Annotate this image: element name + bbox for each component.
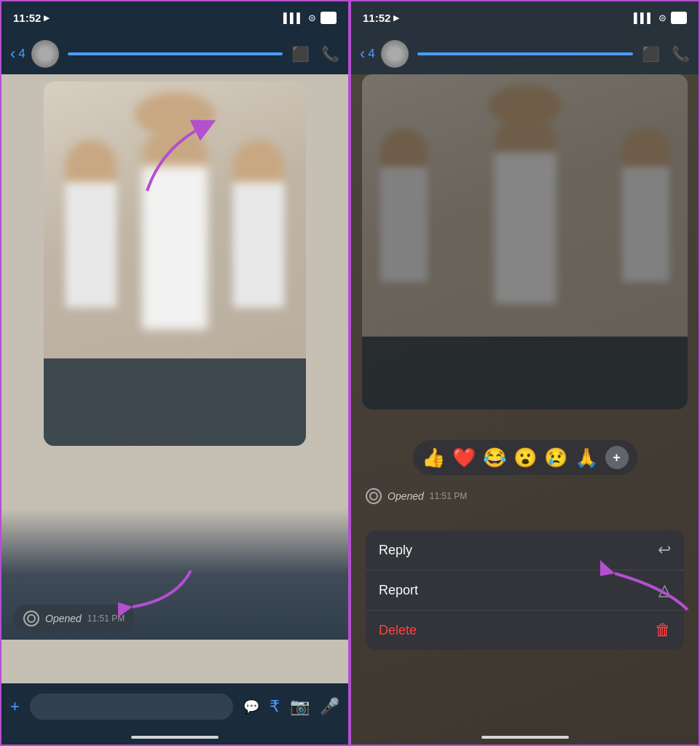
contact-name-bar: [68, 52, 283, 55]
left-chat-area: Opened 11:51 PM: [1, 74, 348, 683]
opened-icon: [23, 610, 39, 627]
sticker-icon[interactable]: 💬: [243, 699, 259, 715]
right-time-text: 11:52: [363, 12, 390, 24]
right-avatar[interactable]: [381, 40, 409, 68]
emoji-laugh[interactable]: 😂: [483, 447, 506, 469]
reply-label: Reply: [379, 543, 412, 558]
right-nav-bar: ‹ 4 ⬛ 📞: [351, 34, 699, 74]
right-wifi-icon: ⊜: [658, 12, 666, 23]
emoji-more-button[interactable]: +: [605, 446, 629, 469]
emoji-heart[interactable]: ❤️: [452, 447, 476, 469]
emoji-reaction-bar: 👍 ❤️ 😂 😮 😢 🙏 +: [366, 440, 684, 475]
left-time: 11:52 ▶: [13, 12, 50, 24]
avatar[interactable]: [31, 40, 59, 68]
right-arrow-annotation: [600, 551, 695, 617]
avatar-image: [31, 40, 59, 68]
phone-call-icon[interactable]: 📞: [321, 45, 339, 63]
right-signal-icon: ▌▌▌: [634, 12, 654, 23]
right-avatar-image: [381, 40, 409, 68]
emoji-wow[interactable]: 😮: [514, 447, 537, 469]
right-back-count: 4: [368, 47, 374, 61]
right-contact-name-bar: [417, 52, 633, 55]
back-count: 4: [18, 47, 25, 61]
right-home-bar: [481, 736, 569, 739]
left-nav-bar: ‹ 4 ⬛ 📞: [1, 34, 348, 74]
right-back-button[interactable]: ‹ 4: [360, 44, 375, 63]
message-input[interactable]: [30, 694, 233, 720]
left-status-icons: ▌▌▌ ⊜ 60: [283, 12, 337, 24]
right-nav-action-icons: ⬛ 📞: [642, 45, 690, 63]
left-status-bar: 11:52 ▶ ▌▌▌ ⊜ 60: [1, 1, 348, 34]
plus-icon[interactable]: +: [10, 697, 20, 716]
right-opened-text: Opened: [388, 490, 424, 502]
emoji-cry[interactable]: 😢: [544, 447, 567, 469]
left-panel: 11:52 ▶ ▌▌▌ ⊜ 60 ‹ 4 ⬛ 📞: [0, 0, 350, 746]
emoji-thumbsup[interactable]: 👍: [422, 447, 445, 469]
emoji-pill: 👍 ❤️ 😂 😮 😢 🙏 +: [413, 440, 637, 475]
mic-icon[interactable]: 🎤: [320, 697, 339, 716]
right-opened-icon: [366, 488, 382, 504]
home-bar: [131, 736, 219, 739]
left-input-bar: + 💬 ₹ 📷 🎤: [1, 683, 348, 730]
right-battery-badge: 60: [671, 12, 687, 24]
emoji-pray[interactable]: 🙏: [575, 447, 598, 469]
report-label: Report: [379, 583, 418, 598]
camera-icon[interactable]: 📷: [290, 697, 310, 716]
nav-action-icons: ⬛ 📞: [291, 45, 339, 63]
back-chevron-icon: ‹: [10, 44, 15, 63]
message-bubble[interactable]: Opened 11:51 PM: [13, 605, 135, 632]
location-icon: ▶: [44, 14, 50, 22]
signal-icon: ▌▌▌: [283, 12, 304, 23]
delete-label: Delete: [379, 623, 417, 638]
right-video-call-icon[interactable]: ⬛: [642, 45, 660, 63]
battery-badge: 60: [320, 12, 337, 24]
right-home-indicator: [351, 730, 699, 745]
emoji-plus-icon: +: [613, 450, 621, 466]
right-time: 11:52 ▶: [363, 12, 399, 24]
left-time-text: 11:52: [13, 12, 41, 24]
rupee-icon[interactable]: ₹: [270, 697, 280, 716]
right-panel: 11:52 ▶ ▌▌▌ ⊜ 60 ‹ 4 ⬛ 📞 👍 ❤️ 😂 😮 😢: [350, 0, 700, 746]
delete-icon: 🗑: [655, 621, 671, 640]
top-arrow-annotation: [133, 118, 220, 205]
video-call-icon[interactable]: ⬛: [291, 45, 310, 63]
right-status-bar: 11:52 ▶ ▌▌▌ ⊜ 60: [351, 1, 699, 34]
right-opened-status: Opened 11:51 PM: [366, 488, 467, 504]
wifi-icon: ⊜: [308, 12, 316, 23]
right-opened-time: 11:51 PM: [430, 491, 467, 501]
right-status-icons: ▌▌▌ ⊜ 60: [634, 12, 687, 24]
bottom-arrow-annotation: [118, 563, 205, 621]
back-button[interactable]: ‹ 4: [10, 44, 25, 63]
opened-status-text: Opened: [45, 613, 82, 624]
right-phone-call-icon[interactable]: 📞: [672, 45, 690, 63]
left-home-indicator: [1, 730, 348, 745]
right-location-icon: ▶: [393, 14, 399, 22]
right-back-chevron-icon: ‹: [360, 44, 365, 63]
